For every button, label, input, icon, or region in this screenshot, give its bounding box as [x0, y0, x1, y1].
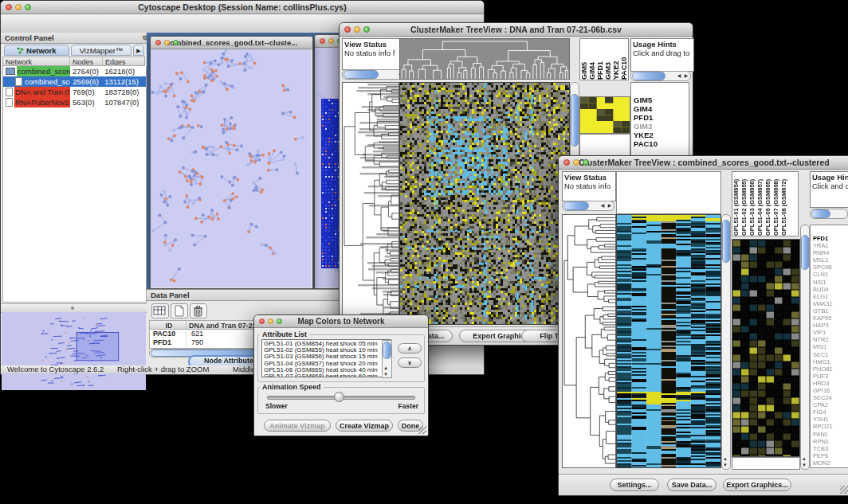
zoom-window-button[interactable]	[25, 4, 31, 10]
dialog-title-bar[interactable]: Map Colors to Network	[254, 315, 428, 328]
tv2-gene-label[interactable]: SEC24	[813, 394, 848, 401]
tv2-gene-label[interactable]: TCB3	[813, 445, 848, 452]
tv2-gene-label[interactable]: BUD4	[813, 286, 848, 293]
minimize-button[interactable]	[573, 159, 579, 166]
network-window-1[interactable]: combined_scores_good.txt--cluste...	[150, 36, 313, 289]
tv2-heatmap-vscrollbar[interactable]: ▲ ▼	[721, 214, 731, 470]
tv1-gene-label[interactable]: GIM4	[634, 104, 689, 113]
network-table-header[interactable]: Network Nodes Edges	[2, 57, 145, 66]
tv2-global-heatmap-canvas[interactable]	[616, 214, 721, 468]
tv2-title-bar[interactable]: ClusterMaker TreeView : combined_scores_…	[559, 156, 848, 170]
move-up-button[interactable]: ∧	[398, 343, 422, 354]
tv2-gene-label[interactable]: PUF3	[813, 373, 848, 380]
tab-overflow-button[interactable]: ▶	[133, 45, 144, 56]
tv2-gene-label[interactable]: MSL1	[813, 256, 848, 264]
zoom-window-button[interactable]	[583, 159, 589, 166]
tv2-gene-label[interactable]: MSI1	[813, 343, 848, 350]
tv2-gene-label[interactable]: KAP95	[813, 315, 848, 322]
tv2-gene-label[interactable]: PFD1	[813, 235, 848, 242]
tv1-hints-hscrollbar[interactable]: ◀ ▶	[630, 71, 691, 81]
tv1-gene-label[interactable]: PAC10	[634, 139, 689, 148]
network-view-1-canvas[interactable]	[151, 49, 311, 287]
minimize-button[interactable]	[15, 4, 22, 10]
network-tree-row[interactable]: combined_scores2764(0)16218(0)	[3, 66, 146, 76]
attribute-listbox[interactable]: GPL51-01 (GSM854) heat shock 05 minGPL51…	[261, 339, 391, 377]
minimize-button[interactable]	[268, 318, 273, 324]
scroll-right-icon[interactable]: ▶	[683, 73, 689, 78]
tab-network[interactable]: Network	[4, 45, 69, 56]
tv2-gene-label[interactable]: GTB1	[813, 307, 848, 315]
tv1-global-heatmap-canvas[interactable]	[399, 82, 570, 325]
close-button[interactable]	[563, 159, 570, 166]
tv2-gene-label[interactable]: RPO21	[813, 423, 848, 430]
close-button[interactable]	[320, 38, 325, 44]
tv2-hints-hscrollbar[interactable]	[810, 209, 848, 219]
tv2-gene-label[interactable]: PHO81	[813, 365, 848, 373]
attribute-list-vscrollbar[interactable]: ▲ ▼	[382, 340, 392, 378]
scroll-down-icon[interactable]: ▼	[801, 463, 807, 467]
scrollbar-thumb[interactable]	[563, 201, 589, 210]
tv2-gene-label[interactable]: CPA2	[813, 401, 848, 408]
tv2-gene-label[interactable]: ELG1	[813, 293, 848, 300]
tv2-gene-label[interactable]: HMG1	[813, 358, 848, 365]
new-attribute-icon[interactable]	[171, 303, 188, 318]
tv2-gene-label[interactable]: RPN1	[813, 438, 848, 445]
tv2-gene-label[interactable]: SPC98	[813, 264, 848, 271]
attribute-item[interactable]: GPL51-07 (GSM868) heat shock 60 min	[264, 373, 389, 377]
tv2-gene-label[interactable]: MAK31	[813, 300, 848, 307]
network-tree-row[interactable]: DNA and Tran 07769(0)183728(0)	[3, 87, 146, 97]
zoom-window-button[interactable]	[173, 40, 179, 45]
animate-vizmap-button[interactable]: Animate Vizmap	[264, 420, 331, 432]
close-button[interactable]	[344, 26, 351, 33]
tv2-status-hscrollbar[interactable]: ◀ ▶	[562, 201, 614, 211]
tab-vizmapper[interactable]: VizMapper™	[71, 45, 132, 56]
tv1-gene-label[interactable]: YKE2	[634, 131, 689, 139]
animation-speed-slider-thumb[interactable]	[334, 392, 344, 402]
scrollbar-thumb[interactable]	[722, 220, 730, 263]
tv2-button-settings[interactable]: Settings...	[610, 479, 659, 491]
scrollbar-thumb[interactable]	[571, 94, 579, 147]
tv1-gene-label[interactable]: GIM5	[634, 96, 689, 104]
scroll-up-icon[interactable]: ▲	[383, 365, 389, 370]
tv1-zoom-heatmap-canvas[interactable]	[579, 96, 630, 134]
scrollbar-thumb[interactable]	[801, 235, 809, 270]
scrollbar-thumb[interactable]	[344, 70, 379, 79]
network-tree-row[interactable]: combined_sco2569(6)13112(15)	[3, 76, 146, 87]
tv2-gene-label[interactable]: HAP3	[813, 322, 848, 329]
scroll-right-icon[interactable]: ▶	[607, 203, 613, 208]
tv2-gene-label[interactable]: YRA1	[813, 242, 848, 249]
minimize-button[interactable]	[328, 38, 334, 44]
main-title-bar[interactable]: Cytoscape Desktop (Session Name: collins…	[1, 1, 484, 14]
delete-attribute-trash-icon[interactable]	[190, 303, 207, 318]
tv2-gene-label[interactable]: NTR2	[813, 336, 848, 343]
select-attributes-icon[interactable]	[151, 303, 169, 318]
scrollbar-thumb[interactable]	[383, 342, 391, 359]
move-down-button[interactable]: ∨	[398, 357, 422, 368]
tv2-genelist-vscrollbar[interactable]: ▲ ▼	[800, 225, 810, 470]
tv2-gene-label[interactable]: GPI16	[813, 387, 848, 394]
tv2-gene-label[interactable]: FIG4	[813, 408, 848, 416]
tv2-gene-label[interactable]: NIS1	[813, 279, 848, 286]
tv1-gene-label[interactable]: PFD1	[634, 113, 689, 122]
tv2-array-dendrogram[interactable]	[616, 171, 721, 214]
scrollbar-thumb[interactable]	[632, 72, 665, 80]
tv1-title-bar[interactable]: ClusterMaker TreeView : DNA and Tran 07-…	[340, 23, 693, 37]
tv2-gene-label[interactable]: RNR4	[813, 249, 848, 256]
scroll-up-icon[interactable]: ▲	[801, 456, 807, 461]
tv2-gene-label[interactable]: PEP5	[813, 452, 848, 459]
scroll-up-icon[interactable]: ▲	[722, 456, 728, 461]
tv2-gene-label[interactable]: MON2	[813, 459, 848, 467]
tv1-array-dendrogram-canvas[interactable]	[399, 38, 570, 80]
scroll-left-icon[interactable]: ◀	[676, 73, 682, 78]
tv2-gene-label[interactable]: CLN1	[813, 271, 848, 278]
scrollbar-thumb[interactable]	[811, 209, 830, 218]
create-vizmap-button[interactable]: Create Vizmap	[336, 420, 393, 432]
minimize-button[interactable]	[354, 26, 360, 33]
tv2-gene-label[interactable]: SEC1	[813, 351, 848, 358]
tv2-button-save-data[interactable]: Save Data...	[667, 479, 716, 491]
tv2-button-export-graphics[interactable]: Export Graphics...	[723, 479, 791, 491]
tv2-gene-label[interactable]: YSH1	[813, 416, 848, 423]
tv1-gene-dendrogram-canvas[interactable]	[342, 82, 399, 325]
minimize-button[interactable]	[164, 40, 170, 45]
scroll-left-icon[interactable]: ◀	[599, 203, 606, 208]
